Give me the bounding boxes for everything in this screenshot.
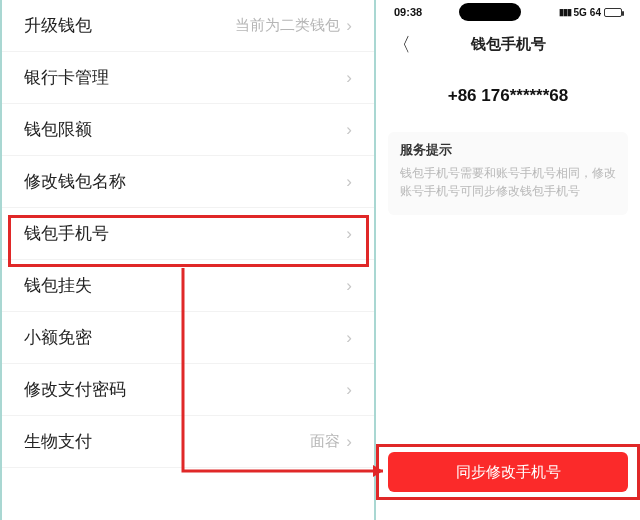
item-bio-pay[interactable]: 生物支付 面容 › [2,416,374,468]
item-label: 修改钱包名称 [24,171,126,193]
spacer [382,215,634,452]
service-tip-card: 服务提示 钱包手机号需要和账号手机号相同，修改账号手机号可同步修改钱包手机号 [388,132,628,215]
item-value: 当前为二类钱包 [235,16,340,35]
signal-bars-icon: ▮▮▮ [559,7,571,17]
chevron-right-icon: › [346,121,352,138]
item-change-pay-pwd[interactable]: 修改支付密码 › [2,364,374,416]
status-right-cluster: ▮▮▮ 5G 64 [559,7,622,18]
item-label: 钱包手机号 [24,223,109,245]
item-wallet-lost[interactable]: 钱包挂失 › [2,260,374,312]
chevron-right-icon: › [346,173,352,190]
chevron-right-icon: › [346,433,352,450]
status-time: 09:38 [394,6,422,18]
battery-icon [604,8,622,17]
masked-phone-number: +86 176******68 [382,64,634,132]
item-label: 生物支付 [24,431,92,453]
item-small-no-pwd[interactable]: 小额免密 › [2,312,374,364]
item-value: 面容 [310,432,340,451]
nav-bar: 〈 钱包手机号 [382,24,634,64]
chevron-right-icon: › [346,17,352,34]
back-button[interactable]: 〈 [392,35,411,54]
item-wallet-phone[interactable]: 钱包手机号 › [2,208,374,260]
item-label: 修改支付密码 [24,379,126,401]
status-bar: 09:38 ▮▮▮ 5G 64 [382,0,634,24]
chevron-right-icon: › [346,329,352,346]
item-label: 升级钱包 [24,15,92,37]
chevron-right-icon: › [346,277,352,294]
chevron-right-icon: › [346,381,352,398]
page-title: 钱包手机号 [471,35,546,54]
chevron-right-icon: › [346,69,352,86]
tip-title: 服务提示 [400,142,616,159]
item-rename-wallet[interactable]: 修改钱包名称 › [2,156,374,208]
item-label: 银行卡管理 [24,67,109,89]
notch-icon [459,3,521,21]
chevron-right-icon: › [346,225,352,242]
network-label: 5G [574,7,587,18]
sync-change-phone-button[interactable]: 同步修改手机号 [388,452,628,492]
phone-detail-panel: 09:38 ▮▮▮ 5G 64 〈 钱包手机号 +86 176******68 … [376,0,640,520]
item-label: 小额免密 [24,327,92,349]
item-label: 钱包挂失 [24,275,92,297]
tip-body: 钱包手机号需要和账号手机号相同，修改账号手机号可同步修改钱包手机号 [400,165,616,201]
settings-list-panel: 升级钱包 当前为二类钱包 › 银行卡管理 › 钱包限额 › 修改钱包名称 › 钱… [0,0,376,520]
item-wallet-limit[interactable]: 钱包限额 › [2,104,374,156]
button-label: 同步修改手机号 [456,463,561,482]
item-bank-card-manage[interactable]: 银行卡管理 › [2,52,374,104]
item-label: 钱包限额 [24,119,92,141]
item-upgrade-wallet[interactable]: 升级钱包 当前为二类钱包 › [2,0,374,52]
battery-label: 64 [590,7,601,18]
